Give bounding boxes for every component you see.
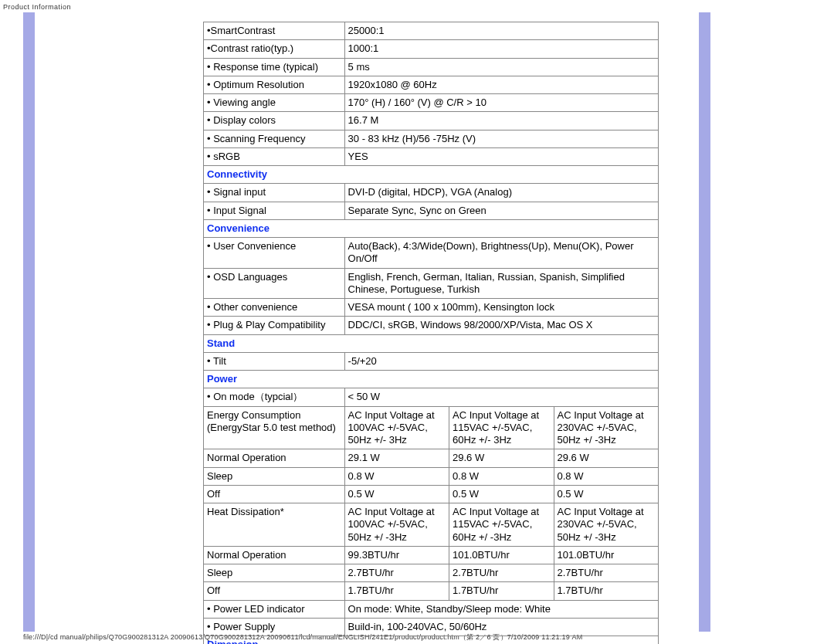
table-row: Normal Operation99.3BTU/hr101.0BTU/hr101… [204, 546, 659, 564]
sidebar-spacer [35, 12, 203, 632]
main-content: •SmartContrast25000:1•Contrast ratio(typ… [203, 12, 659, 632]
spec-value-cell: Auto(Back), 4:3/Wide(Down), Brightness(U… [344, 238, 658, 269]
spec-label-cell: • Signal input [204, 184, 345, 202]
spec-label-cell: • On mode（typcial） [204, 388, 345, 406]
table-row: • Tilt-5/+20 [204, 352, 659, 370]
spec-label-cell: • Optimum Resolution [204, 76, 345, 93]
table-row: Power [204, 371, 659, 388]
spec-value-cell: 0.8 W [344, 467, 449, 485]
spec-value-cell: 0.8 W [449, 467, 554, 485]
spec-value-cell: 1000:1 [344, 40, 658, 58]
table-row: •Contrast ratio(typ.)1000:1 [204, 40, 659, 58]
table-row: Normal Operation29.1 W29.6 W29.6 W [204, 449, 659, 467]
spec-value-cell: 1920x1080 @ 60Hz [344, 76, 658, 93]
spec-label-cell: • Power Supply [204, 618, 345, 636]
spec-label-cell: • Tilt [204, 352, 345, 370]
spec-value-cell: AC Input Voltage at 230VAC +/-5VAC, 50Hz… [554, 503, 658, 547]
table-row: • sRGB YES [204, 147, 659, 165]
spec-label-cell: • Display colors [204, 112, 345, 130]
table-row: • User ConvenienceAuto(Back), 4:3/Wide(D… [204, 238, 659, 269]
spec-label-cell: •SmartContrast [204, 22, 345, 40]
table-row: • Optimum Resolution1920x1080 @ 60Hz [204, 76, 659, 93]
table-row: • OSD LanguagesEnglish, French, German, … [204, 268, 659, 299]
spec-value-cell: < 50 W [344, 388, 658, 406]
spec-value-cell: 29.6 W [449, 449, 554, 467]
spec-label-cell: • Response time (typical) [204, 58, 345, 76]
spec-value-cell: 0.5 W [344, 485, 449, 503]
spec-value-cell: Build-in, 100-240VAC, 50/60Hz [344, 618, 658, 636]
spec-label-cell: •Contrast ratio(typ.) [204, 40, 345, 58]
spec-value-cell: 2.7BTU/hr [344, 564, 449, 582]
table-row: Convenience [204, 219, 659, 237]
table-row: Dimension [204, 636, 659, 645]
table-row: • Response time (typical)5 ms [204, 58, 659, 76]
table-row: Stand [204, 334, 659, 352]
spec-value-cell: 2.7BTU/hr [449, 564, 554, 582]
section-header-cell: Connectivity [204, 166, 659, 184]
table-row: Off1.7BTU/hr1.7BTU/hr1.7BTU/hr [204, 582, 659, 600]
spec-label-cell: • Input Signal [204, 202, 345, 219]
table-row: • Input SignalSeparate Sync, Sync on Gre… [204, 202, 659, 219]
spec-value-cell: 25000:1 [344, 22, 658, 40]
section-header-cell: Convenience [204, 219, 659, 237]
table-row: • Power LED indicatorOn mode: White, Sta… [204, 600, 659, 618]
page-body: •SmartContrast25000:1•Contrast ratio(typ… [23, 12, 811, 632]
spec-label-cell: • sRGB [204, 147, 345, 165]
spec-value-cell: 29.1 W [344, 449, 449, 467]
spec-value-cell: 2.7BTU/hr [554, 564, 658, 582]
spec-label-cell: Heat Dissipation* [204, 503, 345, 547]
spec-label-cell: Normal Operation [204, 546, 345, 564]
spec-value-cell: AC Input Voltage at 100VAC +/-5VAC, 50Hz… [344, 503, 449, 547]
table-row: Sleep0.8 W0.8 W0.8 W [204, 467, 659, 485]
table-row: • Scanning Frequency30 - 83 kHz (H)/56 -… [204, 130, 659, 147]
spec-value-cell: 29.6 W [554, 449, 658, 467]
spec-value-cell: VESA mount ( 100 x 100mm), Kensington lo… [344, 299, 658, 317]
spec-value-cell: AC Input Voltage at 115VAC +/-5VAC, 60Hz… [449, 406, 554, 449]
table-row: • Viewing angle170° (H) / 160° (V) @ C/R… [204, 94, 659, 112]
spec-value-cell: Separate Sync, Sync on Green [344, 202, 658, 219]
spec-value-cell: On mode: White, Standby/Sleep mode: Whit… [344, 600, 658, 618]
section-header-cell: Stand [204, 334, 659, 352]
table-row: • On mode（typcial）< 50 W [204, 388, 659, 406]
table-row: • Plug & Play CompatibilityDDC/CI, sRGB,… [204, 317, 659, 334]
far-right-gap [710, 12, 811, 632]
spec-value-cell: AC Input Voltage at 230VAC +/-5VAC, 50Hz… [554, 406, 658, 449]
spec-value-cell: 30 - 83 kHz (H)/56 -75Hz (V) [344, 130, 658, 147]
section-header-cell: Dimension [204, 636, 659, 645]
spec-value-cell: 1.7BTU/hr [449, 582, 554, 600]
spec-value-cell: 170° (H) / 160° (V) @ C/R > 10 [344, 94, 658, 112]
table-row: • Other convenienceVESA mount ( 100 x 10… [204, 299, 659, 317]
page-header-text: Product Information [3, 3, 71, 11]
spec-value-cell: -5/+20 [344, 352, 658, 370]
spec-label-cell: • Viewing angle [204, 94, 345, 112]
spec-label-cell: Off [204, 582, 345, 600]
spec-label-cell: • OSD Languages [204, 268, 345, 299]
spec-table: •SmartContrast25000:1•Contrast ratio(typ… [203, 22, 659, 644]
spec-value-cell: 0.8 W [554, 467, 658, 485]
spec-value-cell: DVI-D (digital, HDCP), VGA (Analog) [344, 184, 658, 202]
spec-label-cell: Off [204, 485, 345, 503]
table-row: • Power SupplyBuild-in, 100-240VAC, 50/6… [204, 618, 659, 636]
spec-value-cell: 0.5 W [554, 485, 658, 503]
table-row: • Signal inputDVI-D (digital, HDCP), VGA… [204, 184, 659, 202]
table-row: Connectivity [204, 166, 659, 184]
right-rail [699, 12, 710, 632]
spec-value-cell: 101.0BTU/hr [554, 546, 658, 564]
section-header-cell: Power [204, 371, 659, 388]
right-spacer [659, 12, 699, 632]
spec-value-cell: 16.7 M [344, 112, 658, 130]
table-row: Heat Dissipation*AC Input Voltage at 100… [204, 503, 659, 547]
spec-value-cell: AC Input Voltage at 115VAC +/-5VAC, 60Hz… [449, 503, 554, 547]
spec-label-cell: Normal Operation [204, 449, 345, 467]
spec-label-cell: Energy Consumption (EnergyStar 5.0 test … [204, 406, 345, 449]
spec-value-cell: 1.7BTU/hr [344, 582, 449, 600]
spec-label-cell: • Other convenience [204, 299, 345, 317]
table-row: Sleep2.7BTU/hr2.7BTU/hr2.7BTU/hr [204, 564, 659, 582]
table-row: Off0.5 W0.5 W0.5 W [204, 485, 659, 503]
spec-value-cell: 1.7BTU/hr [554, 582, 658, 600]
spec-value-cell: AC Input Voltage at 100VAC +/-5VAC, 50Hz… [344, 406, 449, 449]
spec-value-cell: 99.3BTU/hr [344, 546, 449, 564]
spec-value-cell: English, French, German, Italian, Russia… [344, 268, 658, 299]
table-row: • Display colors16.7 M [204, 112, 659, 130]
spec-label-cell: • Scanning Frequency [204, 130, 345, 147]
